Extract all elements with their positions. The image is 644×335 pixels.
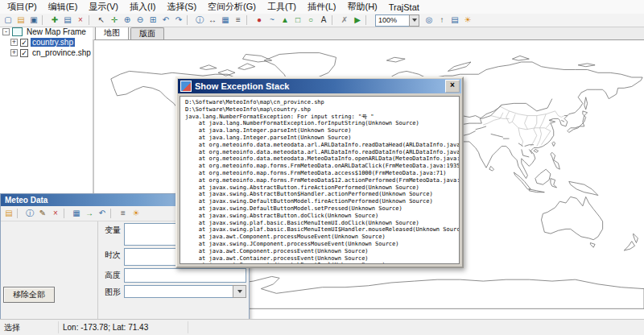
stack-trace-line: java.lang.NumberFormatException: For inp… <box>185 114 457 121</box>
toolbar-separator <box>42 15 47 25</box>
level-listbox[interactable] <box>124 268 246 283</box>
stack-trace-line: at java.awt.Component.dispatchEventImpl(… <box>185 262 457 264</box>
exception-dialog-titlebar[interactable]: Show Exception Stack × <box>178 79 461 93</box>
stack-trace-line: D:\Software\MeteoInfo\map\cn_province.sh… <box>185 99 457 106</box>
stack-trace-line: at java.lang.Integer.parseInt(Unknown So… <box>185 127 457 134</box>
zoom-previous-icon[interactable]: ↶ <box>159 14 172 26</box>
level-label: 高度 <box>98 268 121 283</box>
save-project-icon[interactable]: ▣ <box>27 14 40 26</box>
stack-trace-text: D:\Software\MeteoInfo\map\cn_province.sh… <box>180 96 460 264</box>
layer-visibility-checkbox[interactable]: ✓ <box>20 39 28 47</box>
remove-all-button[interactable]: 移除全部 <box>3 287 55 303</box>
draw-polygon-icon[interactable]: ▲ <box>279 14 291 26</box>
stack-trace-line: at javax.swing.DefaultButtonModel.fireAc… <box>185 198 457 205</box>
label-icon[interactable]: ≡ <box>232 14 245 26</box>
settings-icon[interactable]: ☀ <box>461 14 474 26</box>
exception-dialog-title: Show Exception Stack <box>195 81 445 91</box>
select-element-icon[interactable]: ↖ <box>95 14 108 26</box>
menu-item[interactable]: 空间分析(G) <box>202 0 262 14</box>
graph-dropdown-button[interactable] <box>233 285 246 298</box>
zoom-level-combo[interactable]: 100% <box>375 14 419 27</box>
menu-item[interactable]: TrajStat <box>383 2 425 13</box>
open-data-icon[interactable]: ▤ <box>61 14 74 26</box>
zoom-next-icon[interactable]: ↷ <box>172 14 185 26</box>
add-layer-icon[interactable]: ✚ <box>48 14 61 26</box>
tree-expand-toggle[interactable]: + <box>10 39 18 46</box>
variable-label: 变量 <box>98 223 121 246</box>
open-meteo-data-icon[interactable]: ▤ <box>2 208 15 219</box>
data-info-icon[interactable]: ⓘ <box>23 208 36 219</box>
undo-icon[interactable]: ↶ <box>96 208 109 219</box>
stack-trace-line: at javax.swing.AbstractButton.fireAction… <box>185 184 457 192</box>
legend-icon[interactable]: ▤ <box>448 14 461 26</box>
graph-type-value[interactable] <box>124 285 233 298</box>
remove-data-icon[interactable]: × <box>49 208 62 219</box>
layer-node-cn-province[interactable]: + ✓ cn_province.shp <box>0 48 93 58</box>
draw-text-icon[interactable]: A <box>317 14 330 26</box>
zoom-out-icon[interactable]: ⊖ <box>134 14 147 26</box>
stack-trace-line: at javax.swing.AbstractButton.doClick(Un… <box>185 213 457 220</box>
tab-layout[interactable]: 版面 <box>130 27 164 39</box>
status-coordinates: Lon: -173.78; Lat: 71.43 <box>59 321 188 333</box>
measure-icon[interactable]: ↔ <box>206 14 219 26</box>
remove-layer-icon[interactable]: × <box>74 14 87 26</box>
new-project-icon[interactable]: ▢ <box>2 14 14 26</box>
tab-map[interactable]: 地图 <box>95 26 129 39</box>
zoom-level-value[interactable]: 100% <box>375 14 409 27</box>
stack-trace-line: at javax.swing.DefaultButtonModel.setPre… <box>185 205 457 213</box>
stack-trace-line: at org.meteoinfo.data.meteodata.MeteoDat… <box>185 155 457 163</box>
identify-icon[interactable]: ⓘ <box>193 14 206 26</box>
toolbar-group-right: ◎↑▤☀ <box>423 14 474 26</box>
tree-collapse-toggle[interactable]: - <box>2 28 10 35</box>
map-frame-label[interactable]: New Map Frame <box>25 27 88 36</box>
menu-item[interactable]: 项目(P) <box>2 0 43 14</box>
zoom-in-icon[interactable]: ⊕ <box>121 14 134 26</box>
menu-item[interactable]: 选择(S) <box>161 0 202 14</box>
stack-trace-line: at org.meteoinfo.data.meteodata.arl.ARLD… <box>185 149 457 156</box>
menu-item[interactable]: 工具(T) <box>262 0 302 14</box>
status-spacer <box>188 321 644 333</box>
draw-data-icon[interactable]: → <box>83 208 96 219</box>
exception-dialog: Show Exception Stack × D:\Software\Meteo… <box>175 77 464 268</box>
toolbar-separator <box>110 209 115 218</box>
draw-rectangle-icon[interactable]: □ <box>291 14 304 26</box>
menu-item[interactable]: 插件(L) <box>302 0 341 14</box>
draw-circle-icon[interactable]: ○ <box>304 14 317 26</box>
status-bar: 选择 Lon: -173.78; Lat: 71.43 <box>0 319 644 335</box>
menu-bar: 项目(P)编辑(E)显示(V)插入(I)选择(S)空间分析(G)工具(T)插件(… <box>0 0 644 14</box>
data-table-icon[interactable]: ▦ <box>70 208 83 219</box>
attribute-table-icon[interactable]: ▦ <box>219 14 232 26</box>
clear-icon[interactable]: ☀ <box>130 208 142 219</box>
map-frame-node[interactable]: - New Map Frame <box>0 27 93 37</box>
layer-visibility-checkbox[interactable]: ✓ <box>20 49 28 57</box>
stack-trace-line: at javax.swing.JComponent.processMouseEv… <box>185 241 457 248</box>
exception-dialog-icon <box>180 81 192 92</box>
north-arrow-icon[interactable]: ↑ <box>436 14 448 26</box>
toolbar-separator <box>64 209 68 218</box>
layer-label[interactable]: cn_province.shp <box>31 48 93 57</box>
zoom-dropdown-button[interactable] <box>409 14 419 27</box>
menu-item[interactable]: 帮助(H) <box>341 0 382 14</box>
full-extent-icon[interactable]: ⊞ <box>147 14 159 26</box>
tree-expand-toggle[interactable]: + <box>10 49 18 56</box>
animation-icon[interactable]: ▶ <box>351 14 364 26</box>
stack-trace-line: at java.awt.Component.processMouseEvent(… <box>185 234 457 241</box>
menu-item[interactable]: 插入(I) <box>124 0 161 14</box>
close-icon[interactable]: × <box>445 80 460 93</box>
clear-graphics-icon[interactable]: ✗ <box>338 14 351 26</box>
menu-item[interactable]: 显示(V) <box>83 0 124 14</box>
draw-setting-icon[interactable]: ✎ <box>36 208 49 219</box>
stack-trace-line: at org.meteoinfo.data.meteodata.arl.ARLD… <box>185 142 457 149</box>
dimension-list-icon[interactable]: ≡ <box>117 208 130 219</box>
graph-label: 图形 <box>98 285 121 298</box>
stack-trace-line: at org.meteoinfo.map.forms.FrmMeteoData.… <box>185 163 457 170</box>
open-project-icon[interactable]: ▤ <box>14 14 27 26</box>
graph-type-combo[interactable] <box>124 285 246 298</box>
draw-polyline-icon[interactable]: ~ <box>266 14 279 26</box>
pan-icon[interactable]: ✛ <box>108 14 121 26</box>
layer-label[interactable]: country.shp <box>31 38 75 47</box>
layer-node-country[interactable]: + ✓ country.shp <box>0 37 93 48</box>
projection-icon[interactable]: ◎ <box>423 14 436 26</box>
menu-item[interactable]: 编辑(E) <box>43 0 84 14</box>
draw-point-icon[interactable]: ● <box>253 14 266 26</box>
